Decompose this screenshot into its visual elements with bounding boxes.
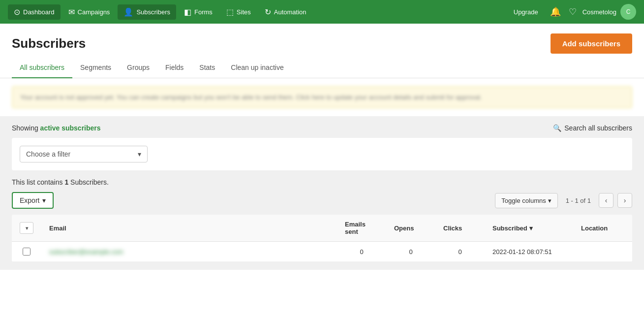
avatar-initial: C [626,8,631,15]
content-area: Showing active subscribers 🔍 Search all … [0,116,644,270]
row-checkbox[interactable] [23,248,31,256]
nav-label-automation: Automation [274,8,307,16]
nav-label-sites: Sites [237,8,251,16]
row-emails-sent-value: 0 [360,248,363,256]
row-opens-value: 0 [409,248,412,256]
row-opens-cell: 0 [386,242,435,262]
th-checkbox: ▾ [12,215,41,242]
list-info-prefix: This list contains [12,178,62,186]
list-info: This list contains 1 Subscribers. [12,178,632,186]
page-container: Subscribers Add subscribers All subscrib… [0,24,644,322]
nav-label-forms: Forms [194,8,213,16]
nav-label-campaigns: Campaigns [78,8,110,16]
upgrade-link[interactable]: Upgrade [508,5,544,19]
tab-segments[interactable]: Segments [72,58,119,78]
th-subscribed-label: Subscribed [492,225,527,232]
export-button[interactable]: Export ▾ [12,192,54,209]
toggle-columns-button[interactable]: Toggle columns ▾ [495,193,557,208]
row-subscribed-value: 2022-01-12 08:07:51 [492,248,552,256]
alert-text: Your account is not approved yet. You ca… [20,94,482,101]
export-label: Export [20,196,39,204]
table-row: subscriber@example.com 0 0 0 2022-01-12 … [12,242,632,262]
th-opens-label: Opens [394,225,414,232]
row-clicks-value: 0 [458,248,461,256]
list-info-suffix: Subscribers. [70,178,109,186]
notifications-icon[interactable]: 🔔 [548,4,563,19]
search-icon: 🔍 [553,124,561,132]
nav-item-sites[interactable]: ⬚ Sites [220,4,257,20]
nav-item-campaigns[interactable]: ✉ Campaigns [62,4,116,20]
filter-dropdown[interactable]: Choose a filter ▾ [20,146,148,162]
favorites-icon[interactable]: ♡ [567,4,579,19]
row-email-value[interactable]: subscriber@example.com [49,248,123,256]
filter-placeholder: Choose a filter [26,150,70,158]
chevron-right-icon: › [624,196,626,204]
header-checkbox-dropdown[interactable]: ▾ [20,222,33,234]
tab-stats[interactable]: Stats [191,58,223,78]
search-all-subscribers[interactable]: 🔍 Search all subscribers [553,124,632,132]
nav-item-subscribers[interactable]: 👤 Subscribers [118,4,176,20]
alert-banner: Your account is not approved yet. You ca… [12,86,632,108]
pagination-info: 1 - 1 of 1 [562,197,595,204]
tab-groups[interactable]: Groups [119,58,157,78]
row-subscribed-cell: 2022-01-12 08:07:51 [485,242,573,262]
row-checkbox-cell [12,242,41,262]
username-label[interactable]: Cosmetolog [583,8,616,16]
page-header: Subscribers Add subscribers [0,24,644,54]
campaigns-icon: ✉ [68,7,75,17]
filter-box: Choose a filter ▾ [12,138,632,170]
th-opens: Opens [386,215,435,242]
automation-icon: ↻ [265,7,271,17]
th-subscribed-sort[interactable]: Subscribed ▾ [492,225,565,232]
nav-label-dashboard: Dashboard [23,8,55,16]
th-emails-sent: Emails sent [337,215,386,242]
table-toolbar: Export ▾ Toggle columns ▾ 1 - 1 of 1 ‹ › [12,192,632,209]
active-subscribers-link[interactable]: active subscribers [40,124,101,132]
list-info-count: 1 [64,178,68,186]
nav-item-forms[interactable]: ◧ Forms [178,4,218,20]
th-location-label: Location [581,225,608,232]
toolbar-right: Toggle columns ▾ 1 - 1 of 1 ‹ › [495,193,632,208]
search-all-label: Search all subscribers [564,124,632,132]
tab-cleanup[interactable]: Clean up inactive [223,58,291,78]
th-clicks: Clicks [435,215,485,242]
row-clicks-cell: 0 [435,242,485,262]
navbar: ⊙ Dashboard ✉ Campaigns 👤 Subscribers ◧ … [0,0,644,24]
showing-text: Showing active subscribers [12,124,101,132]
pagination-prev-button[interactable]: ‹ [599,193,613,208]
sites-icon: ⬚ [226,7,234,17]
th-email: Email [41,215,337,242]
avatar[interactable]: C [620,4,636,20]
th-email-label: Email [49,225,66,232]
subscribers-nav-icon: 👤 [123,7,133,17]
showing-prefix: Showing [12,124,38,132]
row-emails-sent-cell: 0 [337,242,386,262]
sort-icon: ▾ [529,225,533,232]
tab-fields[interactable]: Fields [157,58,191,78]
dashboard-icon: ⊙ [14,7,20,17]
subscribers-table: ▾ Email Emails sent Opens Clicks [12,215,632,262]
nav-item-dashboard[interactable]: ⊙ Dashboard [8,4,61,20]
table-header-row: ▾ Email Emails sent Opens Clicks [12,215,632,242]
nav-item-automation[interactable]: ↻ Automation [259,4,312,20]
showing-line: Showing active subscribers 🔍 Search all … [12,124,632,132]
chevron-down-icon: ▾ [138,150,141,158]
forms-icon: ◧ [184,7,191,17]
export-chevron-icon: ▾ [42,196,46,204]
tab-all-subscribers[interactable]: All subscribers [12,58,72,78]
th-emails-sent-label: Emails sent [345,221,366,235]
pagination-next-button[interactable]: › [617,193,632,208]
row-email-cell: subscriber@example.com [41,242,337,262]
row-location-cell [573,242,632,262]
toggle-columns-label: Toggle columns [501,197,546,204]
nav-label-subscribers: Subscribers [136,8,170,16]
th-clicks-label: Clicks [443,225,462,232]
nav-right: Upgrade 🔔 ♡ Cosmetolog C [508,4,636,20]
add-subscribers-button[interactable]: Add subscribers [551,33,632,54]
th-location: Location [573,215,632,242]
toggle-columns-icon: ▾ [548,197,552,204]
th-subscribed[interactable]: Subscribed ▾ [485,215,573,242]
chevron-left-icon: ‹ [605,196,608,204]
tabs-bar: All subscribers Segments Groups Fields S… [0,58,644,78]
page-title: Subscribers [12,36,86,51]
